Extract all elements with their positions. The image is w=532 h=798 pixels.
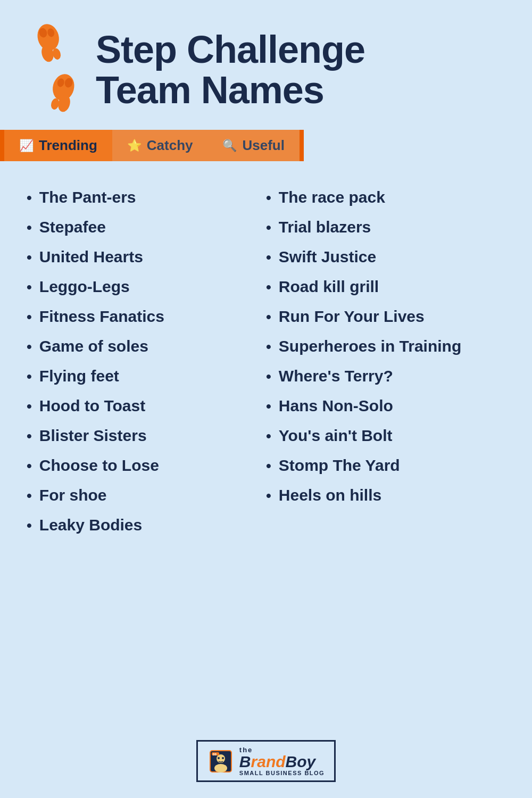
list-item: •Choose to Lose <box>27 451 266 480</box>
logo-box: BB the BrandBoy SMALL BUSINESS BLOG <box>196 740 336 782</box>
bullet: • <box>27 308 32 326</box>
list-item-text: Hans Non-Solo <box>279 396 393 415</box>
catchy-icon: ⭐ <box>127 139 142 153</box>
list-item-text: Superheroes in Training <box>279 337 461 356</box>
title-block: Step Challenge Team Names <box>96 30 500 110</box>
list-item: •Run For Your Lives <box>266 302 505 331</box>
header: Step Challenge Team Names <box>0 0 532 130</box>
list-item-text: Stepafee <box>39 218 106 237</box>
tab-bar: 📈 Trending ⭐ Catchy 🔍 Useful <box>0 130 532 161</box>
title-line1: Step Challenge <box>96 28 365 71</box>
tab-trending[interactable]: 📈 Trending <box>4 130 112 161</box>
svg-point-12 <box>214 764 227 772</box>
bullet: • <box>27 219 32 237</box>
bullet: • <box>266 368 271 386</box>
tab-useful-label: Useful <box>242 137 284 154</box>
list-item: •Hood to Toast <box>27 391 266 421</box>
list-item-text: Trial blazers <box>279 218 371 237</box>
logo-brand: BrandBoy <box>239 754 315 770</box>
list-item: •For shoe <box>27 480 266 510</box>
list-item-text: Road kill grill <box>279 277 379 296</box>
list-item: •Leaky Bodies <box>27 510 266 540</box>
tab-catchy-label: Catchy <box>147 137 193 154</box>
bullet: • <box>27 427 32 445</box>
right-column: •The race pack•Trial blazers•Swift Justi… <box>266 182 505 719</box>
svg-text:BB: BB <box>213 753 217 756</box>
list-item-text: For shoe <box>39 486 107 505</box>
list-item-text: You's ain't Bolt <box>279 426 393 445</box>
list-item: •Leggo-Legs <box>27 272 266 302</box>
list-item: •Blister Sisters <box>27 421 266 451</box>
list-item-text: Fitness Fanatics <box>39 307 164 326</box>
bullet: • <box>27 517 32 535</box>
left-shoe-icon <box>21 17 80 76</box>
list-item: •Game of soles <box>27 331 266 361</box>
list-item: •The Pant-ers <box>27 182 266 212</box>
bullet: • <box>266 219 271 237</box>
list-item: •Superheroes in Training <box>266 331 505 361</box>
list-item-text: Leaky Bodies <box>39 516 142 535</box>
tab-useful[interactable]: 🔍 Useful <box>207 130 299 161</box>
bullet: • <box>266 278 271 296</box>
footer: BB the BrandBoy SMALL BUSINESS BLOG <box>0 729 532 798</box>
list-item: •United Hearts <box>27 242 266 272</box>
list-item-text: Run For Your Lives <box>279 307 425 326</box>
bullet: • <box>27 368 32 386</box>
useful-icon: 🔍 <box>222 139 237 153</box>
title-line2: Team Names <box>96 69 324 111</box>
list-item-text: Stomp The Yard <box>279 456 400 475</box>
list-item-text: Where's Terry? <box>279 367 393 386</box>
bullet: • <box>266 189 271 207</box>
list-item: •Where's Terry? <box>266 361 505 391</box>
list-item: •Fitness Fanatics <box>27 302 266 331</box>
bullet: • <box>27 278 32 296</box>
right-shoe-icon <box>32 67 90 126</box>
list-item-text: Choose to Lose <box>39 456 159 475</box>
list-item: •Road kill grill <box>266 272 505 302</box>
brandboy-mascot-icon: BB <box>207 748 234 775</box>
bullet: • <box>27 248 32 267</box>
list-section: •The Pant-ers•Stepafee•United Hearts•Leg… <box>0 167 532 729</box>
list-item-text: Leggo-Legs <box>39 277 130 296</box>
logo-sub: SMALL BUSINESS BLOG <box>239 770 325 776</box>
shoe-icons <box>32 21 80 119</box>
list-item-text: The race pack <box>279 188 385 207</box>
list-item: •Stomp The Yard <box>266 451 505 480</box>
trending-icon: 📈 <box>19 139 34 153</box>
list-item: •Hans Non-Solo <box>266 391 505 421</box>
tab-trending-label: Trending <box>39 137 97 154</box>
list-item: •Stepafee <box>27 212 266 242</box>
bullet: • <box>27 487 32 505</box>
list-item: •You's ain't Bolt <box>266 421 505 451</box>
list-item: •Heels on hills <box>266 480 505 510</box>
page-wrapper: Step Challenge Team Names 📈 Trending ⭐ C… <box>0 0 532 798</box>
bullet: • <box>266 338 271 356</box>
list-item: •Flying feet <box>27 361 266 391</box>
main-title: Step Challenge Team Names <box>96 30 500 110</box>
bullet: • <box>27 397 32 415</box>
bullet: • <box>266 308 271 326</box>
bullet: • <box>266 248 271 267</box>
list-item-text: Heels on hills <box>279 486 381 505</box>
logo-text: the BrandBoy SMALL BUSINESS BLOG <box>239 746 325 776</box>
svg-point-13 <box>218 757 220 759</box>
list-item-text: Swift Justice <box>279 247 376 267</box>
bullet: • <box>27 189 32 207</box>
orange-bar <box>300 130 304 161</box>
list-item-text: Hood to Toast <box>39 396 145 415</box>
bullet: • <box>27 457 32 475</box>
bullet: • <box>266 457 271 475</box>
bullet: • <box>27 338 32 356</box>
list-item: •Trial blazers <box>266 212 505 242</box>
list-item-text: Flying feet <box>39 367 119 386</box>
list-item-text: Game of soles <box>39 337 148 356</box>
list-item-text: Blister Sisters <box>39 426 147 445</box>
left-column: •The Pant-ers•Stepafee•United Hearts•Leg… <box>27 182 266 719</box>
bullet: • <box>266 487 271 505</box>
list-item: •The race pack <box>266 182 505 212</box>
list-item: •Swift Justice <box>266 242 505 272</box>
bullet: • <box>266 427 271 445</box>
list-item-text: The Pant-ers <box>39 188 136 207</box>
bullet: • <box>266 397 271 415</box>
tab-catchy[interactable]: ⭐ Catchy <box>112 130 208 161</box>
